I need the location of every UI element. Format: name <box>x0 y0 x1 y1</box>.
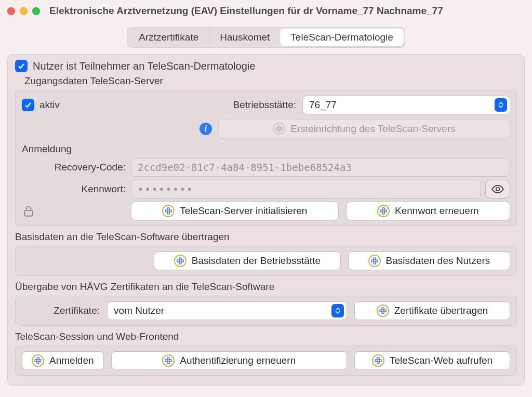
tab-hauskomet[interactable]: Hauskomet <box>209 29 280 46</box>
eye-icon <box>491 182 504 196</box>
haevg-group: Zertifikate: vom Nutzer <box>15 296 517 326</box>
content-area: Arztzertifikate Hauskomet TeleScan-Derma… <box>0 22 532 393</box>
grid-icon <box>162 354 175 367</box>
svg-rect-13 <box>382 308 384 314</box>
init-server-button[interactable]: TeleScan-Server initialisieren <box>131 202 339 220</box>
session-title: TeleScan-Session und Web-Frontend <box>15 331 517 342</box>
titlebar: Elektronische Arztvernetzung (EAV) Einst… <box>0 0 532 22</box>
ersteinrichtung-button[interactable]: Ersteinrichtung des TeleScan-Servers <box>218 120 510 138</box>
betriebsstaette-select-wrap: 76_77 <box>302 96 510 114</box>
zoom-window-button[interactable] <box>32 7 40 15</box>
svg-rect-1 <box>278 126 280 132</box>
zertifikate-uebertragen-button[interactable]: Zertifikate übertragen <box>354 301 510 320</box>
participant-row: Nutzer ist Teilnehmer an TeleScan-Dermat… <box>15 60 517 72</box>
ersteinrichtung-row: i Ersteinrichtung des TeleScan-Servers <box>22 120 510 138</box>
renew-password-button[interactable]: Kennwort erneuern <box>346 202 510 220</box>
active-label: aktiv <box>39 99 60 111</box>
betriebsstaette-select[interactable]: 76_77 <box>302 96 510 114</box>
tabbar: Arztzertifikate Hauskomet TeleScan-Derma… <box>7 27 525 48</box>
recovery-code-label: Recovery-Code: <box>22 162 126 173</box>
ersteinrichtung-label: Ersteinrichtung des TeleScan-Servers <box>290 123 456 135</box>
tab-telescan-dermatologie[interactable]: TeleScan-Dermatologie <box>280 29 404 46</box>
minimize-window-button[interactable] <box>20 7 28 15</box>
svg-rect-12 <box>380 310 386 312</box>
basisdaten-group: Basisdaten der Betriebsstätte Basisdaten… <box>15 246 517 276</box>
reauth-label: Authentifizierung erneuern <box>180 355 296 366</box>
grid-icon <box>372 354 384 367</box>
window-title: Elektronische Arztvernetzung (EAV) Einst… <box>49 5 443 17</box>
svg-rect-19 <box>377 358 379 364</box>
basisdaten-betriebsstaette-button[interactable]: Basisdaten der Betriebsstätte <box>154 252 341 270</box>
zertifikate-value: vom Nutzer <box>114 305 164 316</box>
tab-arztzertifikate[interactable]: Arztzertifikate <box>128 29 209 46</box>
grid-icon <box>368 255 381 267</box>
zertifikate-select-wrap: vom Nutzer <box>107 301 347 320</box>
telescan-panel: Nutzer ist Teilnehmer an TeleScan-Dermat… <box>7 54 525 386</box>
svg-point-2 <box>496 188 500 191</box>
init-server-label: TeleScan-Server initialisieren <box>180 205 307 217</box>
participant-label: Nutzer ist Teilnehmer an TeleScan-Dermat… <box>33 60 255 72</box>
svg-rect-10 <box>371 260 378 262</box>
credentials-grid: Recovery-Code: Kennwort: <box>22 158 510 220</box>
traffic-lights <box>7 7 40 15</box>
grid-icon <box>377 205 390 217</box>
app-window: Elektronische Arztvernetzung (EAV) Einst… <box>0 0 532 397</box>
access-title: Zugangsdaten TeleScan-Server <box>24 75 517 87</box>
basisdaten-betriebsstaette-label: Basisdaten der Betriebsstätte <box>192 255 321 267</box>
grid-icon <box>162 205 175 217</box>
session-group: Anmelden Authentifizierung erneuern <box>15 346 517 376</box>
svg-rect-16 <box>165 360 171 362</box>
svg-rect-11 <box>374 258 376 264</box>
betriebsstaette-value: 76_77 <box>309 99 337 111</box>
anmeldung-title: Anmeldung <box>22 143 510 155</box>
svg-rect-15 <box>37 358 39 364</box>
svg-rect-5 <box>167 208 169 214</box>
basisdaten-title: Basisdaten an die TeleScan-Software über… <box>15 231 517 243</box>
kennwort-label: Kennwort: <box>22 183 126 195</box>
active-checkbox[interactable] <box>22 99 34 111</box>
zertifikate-select[interactable]: vom Nutzer <box>107 301 347 320</box>
active-row: aktiv Betriebsstätte: 76_77 <box>22 96 510 114</box>
grid-icon <box>273 123 285 135</box>
anmelden-button[interactable]: Anmelden <box>22 351 104 370</box>
session-buttons: Anmelden Authentifizierung erneuern <box>22 351 510 370</box>
haevg-title: Übergabe von HÄVG Zertifikaten an die Te… <box>15 281 517 293</box>
svg-rect-6 <box>380 210 387 212</box>
basisdaten-nutzer-button[interactable]: Basisdaten des Nutzers <box>348 252 510 270</box>
zertifikate-row: Zertifikate: vom Nutzer <box>22 301 510 320</box>
svg-rect-7 <box>382 208 384 214</box>
participant-checkbox[interactable] <box>15 60 28 72</box>
recovery-code-field[interactable] <box>131 158 510 177</box>
anmelden-label: Anmelden <box>49 355 94 366</box>
server-buttons: TeleScan-Server initialisieren Kennwort … <box>131 202 510 220</box>
close-window-button[interactable] <box>7 7 15 15</box>
grid-icon <box>32 354 44 367</box>
reveal-password-button[interactable] <box>485 180 510 198</box>
grid-icon <box>377 305 389 317</box>
svg-rect-14 <box>35 360 41 362</box>
svg-rect-17 <box>167 358 169 364</box>
telescan-web-button[interactable]: TeleScan-Web aufrufen <box>354 351 510 370</box>
reauth-button[interactable]: Authentifizierung erneuern <box>111 351 347 370</box>
svg-rect-9 <box>179 258 181 264</box>
basisdaten-nutzer-label: Basisdaten des Nutzers <box>386 255 490 267</box>
svg-rect-18 <box>375 360 381 362</box>
basisdaten-buttons: Basisdaten der Betriebsstätte Basisdaten… <box>22 252 510 270</box>
betriebsstaette-label: Betriebsstätte: <box>233 99 296 111</box>
kennwort-row <box>131 180 510 198</box>
svg-rect-8 <box>177 260 183 262</box>
grid-icon <box>174 255 187 267</box>
tabs: Arztzertifikate Hauskomet TeleScan-Derma… <box>127 27 405 48</box>
svg-rect-0 <box>276 128 282 130</box>
info-icon[interactable]: i <box>200 123 212 135</box>
kennwort-field[interactable] <box>131 180 481 198</box>
renew-password-label: Kennwort erneuern <box>395 205 479 217</box>
svg-rect-3 <box>24 210 32 216</box>
lock-icon <box>22 204 36 218</box>
zertifikate-label: Zertifikate: <box>22 305 100 316</box>
telescan-web-label: TeleScan-Web aufrufen <box>390 355 493 366</box>
access-group: aktiv Betriebsstätte: 76_77 <box>15 90 517 226</box>
svg-rect-4 <box>165 210 171 212</box>
zertifikate-uebertragen-label: Zertifikate übertragen <box>394 305 488 316</box>
